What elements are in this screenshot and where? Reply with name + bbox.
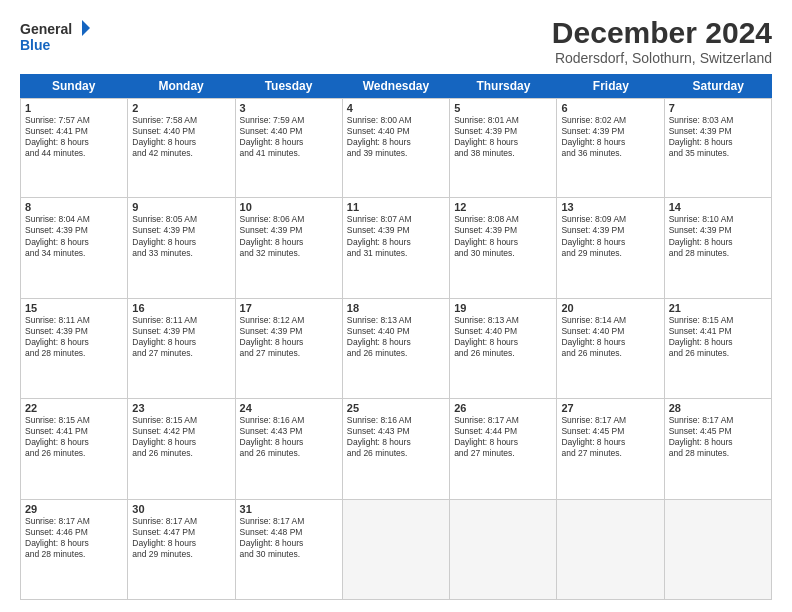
day-info: Sunrise: 8:17 AMSunset: 4:47 PMDaylight:…: [132, 516, 230, 560]
day-info: Sunrise: 8:15 AMSunset: 4:41 PMDaylight:…: [25, 415, 123, 459]
calendar-day-12: 12Sunrise: 8:08 AMSunset: 4:39 PMDayligh…: [450, 198, 557, 298]
day-number: 21: [669, 302, 767, 314]
calendar-day-4: 4Sunrise: 8:00 AMSunset: 4:40 PMDaylight…: [343, 98, 450, 198]
calendar-week-5: 29Sunrise: 8:17 AMSunset: 4:46 PMDayligh…: [20, 500, 772, 600]
calendar-day-25: 25Sunrise: 8:16 AMSunset: 4:43 PMDayligh…: [343, 399, 450, 499]
day-number: 31: [240, 503, 338, 515]
header-day-monday: Monday: [127, 74, 234, 98]
calendar-week-3: 15Sunrise: 8:11 AMSunset: 4:39 PMDayligh…: [20, 299, 772, 399]
day-info: Sunrise: 8:17 AMSunset: 4:45 PMDaylight:…: [561, 415, 659, 459]
day-info: Sunrise: 8:08 AMSunset: 4:39 PMDaylight:…: [454, 214, 552, 258]
day-info: Sunrise: 8:16 AMSunset: 4:43 PMDaylight:…: [240, 415, 338, 459]
day-number: 29: [25, 503, 123, 515]
header-day-wednesday: Wednesday: [342, 74, 449, 98]
page: General Blue December 2024 Rodersdorf, S…: [0, 0, 792, 612]
calendar-day-1: 1Sunrise: 7:57 AMSunset: 4:41 PMDaylight…: [21, 98, 128, 198]
day-number: 3: [240, 102, 338, 114]
day-number: 2: [132, 102, 230, 114]
day-number: 27: [561, 402, 659, 414]
svg-marker-2: [82, 20, 90, 36]
day-info: Sunrise: 8:10 AMSunset: 4:39 PMDaylight:…: [669, 214, 767, 258]
day-info: Sunrise: 8:13 AMSunset: 4:40 PMDaylight:…: [347, 315, 445, 359]
day-info: Sunrise: 8:17 AMSunset: 4:46 PMDaylight:…: [25, 516, 123, 560]
calendar-day-29: 29Sunrise: 8:17 AMSunset: 4:46 PMDayligh…: [21, 500, 128, 600]
main-title: December 2024: [552, 16, 772, 50]
day-number: 23: [132, 402, 230, 414]
calendar-empty-cell: [557, 500, 664, 600]
day-info: Sunrise: 7:59 AMSunset: 4:40 PMDaylight:…: [240, 115, 338, 159]
header: General Blue December 2024 Rodersdorf, S…: [20, 16, 772, 66]
header-day-saturday: Saturday: [665, 74, 772, 98]
day-number: 15: [25, 302, 123, 314]
day-info: Sunrise: 8:11 AMSunset: 4:39 PMDaylight:…: [25, 315, 123, 359]
day-number: 30: [132, 503, 230, 515]
calendar-day-27: 27Sunrise: 8:17 AMSunset: 4:45 PMDayligh…: [557, 399, 664, 499]
calendar-day-6: 6Sunrise: 8:02 AMSunset: 4:39 PMDaylight…: [557, 98, 664, 198]
calendar-day-17: 17Sunrise: 8:12 AMSunset: 4:39 PMDayligh…: [236, 299, 343, 399]
day-info: Sunrise: 7:58 AMSunset: 4:40 PMDaylight:…: [132, 115, 230, 159]
calendar-day-15: 15Sunrise: 8:11 AMSunset: 4:39 PMDayligh…: [21, 299, 128, 399]
day-info: Sunrise: 8:17 AMSunset: 4:45 PMDaylight:…: [669, 415, 767, 459]
day-info: Sunrise: 8:14 AMSunset: 4:40 PMDaylight:…: [561, 315, 659, 359]
calendar-empty-cell: [665, 500, 772, 600]
day-number: 4: [347, 102, 445, 114]
calendar-header: SundayMondayTuesdayWednesdayThursdayFrid…: [20, 74, 772, 98]
day-info: Sunrise: 8:04 AMSunset: 4:39 PMDaylight:…: [25, 214, 123, 258]
day-number: 7: [669, 102, 767, 114]
day-number: 20: [561, 302, 659, 314]
calendar-day-9: 9Sunrise: 8:05 AMSunset: 4:39 PMDaylight…: [128, 198, 235, 298]
day-number: 17: [240, 302, 338, 314]
calendar-day-13: 13Sunrise: 8:09 AMSunset: 4:39 PMDayligh…: [557, 198, 664, 298]
day-info: Sunrise: 8:11 AMSunset: 4:39 PMDaylight:…: [132, 315, 230, 359]
day-number: 14: [669, 201, 767, 213]
calendar-day-14: 14Sunrise: 8:10 AMSunset: 4:39 PMDayligh…: [665, 198, 772, 298]
calendar-day-20: 20Sunrise: 8:14 AMSunset: 4:40 PMDayligh…: [557, 299, 664, 399]
day-info: Sunrise: 8:07 AMSunset: 4:39 PMDaylight:…: [347, 214, 445, 258]
calendar-day-23: 23Sunrise: 8:15 AMSunset: 4:42 PMDayligh…: [128, 399, 235, 499]
logo: General Blue: [20, 16, 90, 56]
day-number: 18: [347, 302, 445, 314]
calendar-day-24: 24Sunrise: 8:16 AMSunset: 4:43 PMDayligh…: [236, 399, 343, 499]
header-day-thursday: Thursday: [450, 74, 557, 98]
calendar-day-11: 11Sunrise: 8:07 AMSunset: 4:39 PMDayligh…: [343, 198, 450, 298]
calendar-day-8: 8Sunrise: 8:04 AMSunset: 4:39 PMDaylight…: [21, 198, 128, 298]
day-number: 22: [25, 402, 123, 414]
day-number: 6: [561, 102, 659, 114]
calendar-day-22: 22Sunrise: 8:15 AMSunset: 4:41 PMDayligh…: [21, 399, 128, 499]
calendar-day-3: 3Sunrise: 7:59 AMSunset: 4:40 PMDaylight…: [236, 98, 343, 198]
header-day-friday: Friday: [557, 74, 664, 98]
day-number: 26: [454, 402, 552, 414]
calendar-empty-cell: [343, 500, 450, 600]
calendar-day-2: 2Sunrise: 7:58 AMSunset: 4:40 PMDaylight…: [128, 98, 235, 198]
day-number: 5: [454, 102, 552, 114]
day-info: Sunrise: 8:01 AMSunset: 4:39 PMDaylight:…: [454, 115, 552, 159]
calendar-day-7: 7Sunrise: 8:03 AMSunset: 4:39 PMDaylight…: [665, 98, 772, 198]
day-number: 24: [240, 402, 338, 414]
day-number: 28: [669, 402, 767, 414]
calendar-week-1: 1Sunrise: 7:57 AMSunset: 4:41 PMDaylight…: [20, 98, 772, 198]
calendar-day-18: 18Sunrise: 8:13 AMSunset: 4:40 PMDayligh…: [343, 299, 450, 399]
day-info: Sunrise: 8:09 AMSunset: 4:39 PMDaylight:…: [561, 214, 659, 258]
day-number: 13: [561, 201, 659, 213]
header-day-sunday: Sunday: [20, 74, 127, 98]
calendar-empty-cell: [450, 500, 557, 600]
title-block: December 2024 Rodersdorf, Solothurn, Swi…: [552, 16, 772, 66]
day-info: Sunrise: 8:03 AMSunset: 4:39 PMDaylight:…: [669, 115, 767, 159]
day-number: 10: [240, 201, 338, 213]
day-number: 11: [347, 201, 445, 213]
day-info: Sunrise: 8:12 AMSunset: 4:39 PMDaylight:…: [240, 315, 338, 359]
logo-svg: General Blue: [20, 16, 90, 56]
subtitle: Rodersdorf, Solothurn, Switzerland: [552, 50, 772, 66]
day-number: 12: [454, 201, 552, 213]
svg-text:Blue: Blue: [20, 37, 51, 53]
calendar-day-5: 5Sunrise: 8:01 AMSunset: 4:39 PMDaylight…: [450, 98, 557, 198]
day-number: 25: [347, 402, 445, 414]
calendar-week-2: 8Sunrise: 8:04 AMSunset: 4:39 PMDaylight…: [20, 198, 772, 298]
svg-text:General: General: [20, 21, 72, 37]
day-number: 19: [454, 302, 552, 314]
day-info: Sunrise: 7:57 AMSunset: 4:41 PMDaylight:…: [25, 115, 123, 159]
day-info: Sunrise: 8:16 AMSunset: 4:43 PMDaylight:…: [347, 415, 445, 459]
day-info: Sunrise: 8:05 AMSunset: 4:39 PMDaylight:…: [132, 214, 230, 258]
calendar-body: 1Sunrise: 7:57 AMSunset: 4:41 PMDaylight…: [20, 98, 772, 600]
calendar-day-19: 19Sunrise: 8:13 AMSunset: 4:40 PMDayligh…: [450, 299, 557, 399]
